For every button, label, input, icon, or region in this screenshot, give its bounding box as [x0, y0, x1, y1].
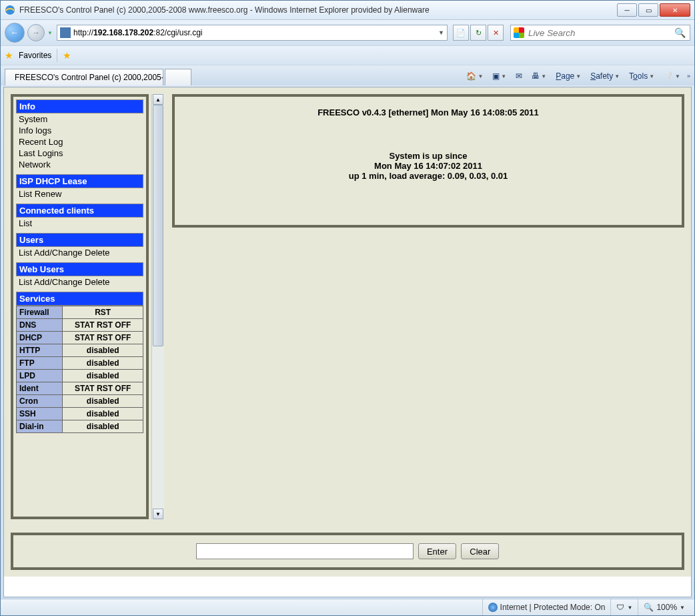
status-zone-text: Internet | Protected Mode: On — [500, 603, 606, 612]
status-zoom[interactable]: 🔍 100% ▼ — [638, 599, 690, 615]
uptime-line3: up 1 min, load average: 0.09, 0.03, 0.01 — [185, 171, 671, 181]
service-row: SSHdisabled — [17, 408, 143, 420]
print-button[interactable]: 🖶▼ — [529, 70, 549, 82]
tab-title: FREESCO's Control Panel (c) 2000,2005-20… — [15, 73, 163, 82]
favorites-star-icon[interactable]: ★ — [5, 50, 13, 61]
favorites-bar: ★ Favorites ★ — [1, 45, 694, 65]
add-favorite-icon[interactable]: ★ — [63, 50, 71, 61]
sidebar-scrollbar[interactable]: ▲ ▼ — [151, 94, 164, 519]
help-icon: ❔ — [664, 71, 674, 81]
enter-button[interactable]: Enter — [418, 543, 456, 559]
sidebar-item-network[interactable]: Network — [16, 159, 143, 170]
home-icon: 🏠 — [466, 71, 476, 81]
service-actions[interactable]: disabled — [63, 357, 143, 370]
command-bar: 🏠▼ ▣▼ ✉ 🖶▼ PPageage▼ Safety▼ Tools▼ ❔▼ » — [464, 67, 690, 85]
sidebar-header-clients: Connected clients — [16, 204, 143, 218]
search-input[interactable] — [527, 27, 673, 39]
sidebar-header-isp: ISP DHCP Lease — [16, 174, 143, 188]
page-menu[interactable]: PPageage▼ — [553, 70, 584, 82]
sidebar-item-system[interactable]: System — [16, 113, 143, 125]
compat-view-button[interactable]: 📄 — [453, 25, 469, 41]
status-protected-dropdown[interactable]: 🛡▼ — [610, 599, 638, 615]
service-actions[interactable]: disabled — [63, 344, 143, 357]
help-button[interactable]: ❔▼ — [661, 70, 683, 82]
service-actions[interactable]: RST — [63, 306, 143, 319]
globe-icon — [488, 603, 498, 612]
address-bar[interactable]: http://192.168.178.202:82/cgi/usr.cgi ▼ — [57, 25, 448, 41]
tab-active[interactable]: FREESCO's Control Panel (c) 2000,2005-20… — [5, 69, 163, 85]
service-actions[interactable]: disabled — [63, 370, 143, 382]
banner-text: FREESCO v0.4.3 [ethernet] Mon May 16 14:… — [185, 107, 671, 117]
command-input[interactable] — [196, 543, 414, 559]
separator — [57, 49, 57, 62]
nav-history-dropdown[interactable]: ▼ — [47, 30, 54, 36]
scroll-thumb[interactable] — [153, 105, 163, 346]
maximize-button[interactable]: ▭ — [638, 3, 658, 17]
sidebar-item-infologs[interactable]: Info logs — [16, 125, 143, 136]
sidebar-item-lastlogins[interactable]: Last Logins — [16, 147, 143, 159]
new-tab-button[interactable] — [165, 69, 191, 85]
sidebar-header-webusers: Web Users — [16, 262, 143, 276]
ie-icon — [5, 5, 15, 15]
sidebar-panel: Info System Info logs Recent Log Last Lo… — [11, 94, 149, 519]
address-input[interactable] — [203, 27, 439, 39]
sidebar-item-webusers-actions[interactable]: List Add/Change Delete — [16, 276, 143, 288]
service-name[interactable]: Cron — [17, 395, 63, 408]
home-button[interactable]: 🏠▼ — [464, 70, 486, 82]
service-row: DNSSTAT RST OFF — [17, 319, 143, 332]
service-name[interactable]: Ident — [17, 382, 63, 395]
sidebar-item-users-actions[interactable]: List Add/Change Delete — [16, 247, 143, 258]
service-actions[interactable]: disabled — [63, 395, 143, 408]
site-favicon — [60, 27, 71, 38]
service-actions[interactable]: STAT RST OFF — [63, 332, 143, 344]
sidebar-item-recentlog[interactable]: Recent Log — [16, 136, 143, 147]
read-mail-button[interactable]: ✉ — [513, 70, 525, 82]
service-row: Crondisabled — [17, 395, 143, 408]
rss-icon: ▣ — [492, 71, 500, 81]
service-row: IdentSTAT RST OFF — [17, 382, 143, 395]
service-name[interactable]: SSH — [17, 408, 63, 420]
nav-bar: ← → ▼ http://192.168.178.202:82/cgi/usr.… — [1, 20, 694, 45]
chevron-expand-icon[interactable]: » — [687, 73, 690, 79]
favorites-label[interactable]: Favorites — [19, 51, 51, 60]
title-bar: FREESCO's Control Panel (c) 2000,2005-20… — [1, 1, 694, 20]
service-row: FirewallRST — [17, 306, 143, 319]
status-zone[interactable]: Internet | Protected Mode: On — [482, 599, 611, 615]
scroll-up-button[interactable]: ▲ — [153, 94, 163, 105]
uptime-line2: Mon May 16 14:07:02 2011 — [185, 161, 671, 171]
feeds-button[interactable]: ▣▼ — [490, 70, 509, 82]
tools-menu[interactable]: Tools▼ — [626, 70, 657, 82]
service-name[interactable]: Dial-in — [17, 420, 63, 433]
service-actions[interactable]: STAT RST OFF — [63, 382, 143, 395]
sidebar-header-users: Users — [16, 233, 143, 247]
url-prefix: http:// — [73, 28, 93, 37]
refresh-button[interactable]: ↻ — [470, 25, 486, 41]
clear-button[interactable]: Clear — [461, 543, 499, 559]
scroll-down-button[interactable]: ▼ — [153, 509, 163, 519]
service-name[interactable]: LPD — [17, 370, 63, 382]
back-button[interactable]: ← — [5, 23, 25, 43]
close-button[interactable]: ✕ — [660, 3, 690, 17]
forward-button[interactable]: → — [27, 24, 45, 41]
sidebar-item-clientlist[interactable]: List — [16, 218, 143, 229]
sidebar-item-listrenew[interactable]: List Renew — [16, 188, 143, 200]
service-row: Dial-indisabled — [17, 420, 143, 433]
window-title: FREESCO's Control Panel (c) 2000,2005-20… — [19, 5, 617, 15]
services-table: FirewallRSTDNSSTAT RST OFFDHCPSTAT RST O… — [16, 306, 143, 433]
service-name[interactable]: FTP — [17, 357, 63, 370]
tab-row: FREESCO's Control Panel (c) 2000,2005-20… — [1, 65, 694, 85]
address-dropdown-icon[interactable]: ▼ — [438, 29, 444, 36]
service-actions[interactable]: disabled — [63, 420, 143, 433]
service-actions[interactable]: disabled — [63, 408, 143, 420]
minimize-button[interactable]: ─ — [617, 3, 637, 17]
service-name[interactable]: Firewall — [17, 306, 63, 319]
service-name[interactable]: DNS — [17, 319, 63, 332]
service-name[interactable]: HTTP — [17, 344, 63, 357]
search-box[interactable]: 🔍 — [510, 25, 690, 41]
zoom-icon: 🔍 — [644, 603, 654, 612]
service-actions[interactable]: STAT RST OFF — [63, 319, 143, 332]
search-button-icon[interactable]: 🔍 — [673, 27, 687, 38]
service-name[interactable]: DHCP — [17, 332, 63, 344]
safety-menu[interactable]: Safety▼ — [588, 70, 622, 82]
stop-button[interactable]: ✕ — [488, 25, 504, 41]
